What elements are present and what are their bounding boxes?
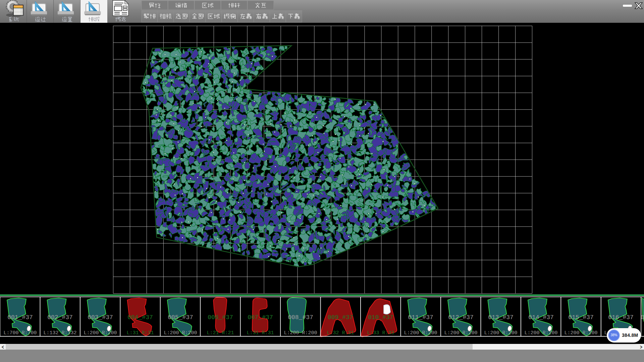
svg-text:0: 0 [641, 314, 644, 321]
svg-text:L:200 R:200: L:200 R:200 [284, 330, 317, 336]
svg-text:L:32 R:31: L:32 R:31 [327, 330, 354, 336]
svg-text:L:200 R:200: L:200 R:200 [524, 330, 557, 336]
svg-text:009_#37: 009_#37 [328, 314, 353, 321]
svg-text:L:200 R:200: L:200 R:200 [484, 330, 517, 336]
svg-text:008_#37: 008_#37 [288, 314, 313, 321]
svg-text:012_#37: 012_#37 [448, 314, 474, 321]
svg-text:015_#37: 015_#37 [568, 314, 594, 321]
svg-text:L:132 R:132: L:132 R:132 [43, 330, 76, 336]
svg-text:014_#37: 014_#37 [528, 314, 554, 321]
svg-text:016_#37: 016_#37 [608, 314, 634, 321]
svg-text:L:200 R:200: L:200 R:200 [564, 330, 597, 336]
svg-text:L:33 R:33: L:33 R:33 [367, 330, 394, 336]
svg-text:007_#37: 007_#37 [248, 314, 273, 321]
svg-text:004_#37: 004_#37 [127, 314, 153, 321]
svg-text:L:200 R:200: L:200 R:200 [164, 330, 197, 336]
svg-text:006_#37: 006_#37 [208, 314, 233, 321]
svg-text:L:200 R:200: L:200 R:200 [404, 330, 437, 336]
svg-text:L:31 R:31: L:31 R:31 [247, 330, 274, 336]
svg-text:003_#37: 003_#37 [88, 314, 113, 321]
svg-text:L:200 R:200: L:200 R:200 [84, 330, 117, 336]
svg-text:L:31 R:31: L:31 R:31 [126, 330, 154, 336]
svg-text:011_#37: 011_#37 [408, 314, 433, 321]
svg-text:L:700 R:700: L:700 R:700 [3, 330, 37, 336]
svg-text:013_#37: 013_#37 [488, 314, 514, 321]
svg-text:L:21 R:21: L:21 R:21 [207, 330, 234, 336]
svg-text:002_#37: 002_#37 [47, 314, 73, 321]
svg-text:010_#37: 010_#37 [368, 314, 393, 321]
svg-text:005_#37: 005_#37 [168, 314, 193, 321]
svg-text:L:200 R:200: L:200 R:200 [444, 330, 477, 336]
svg-text:001_#37: 001_#37 [7, 314, 33, 321]
